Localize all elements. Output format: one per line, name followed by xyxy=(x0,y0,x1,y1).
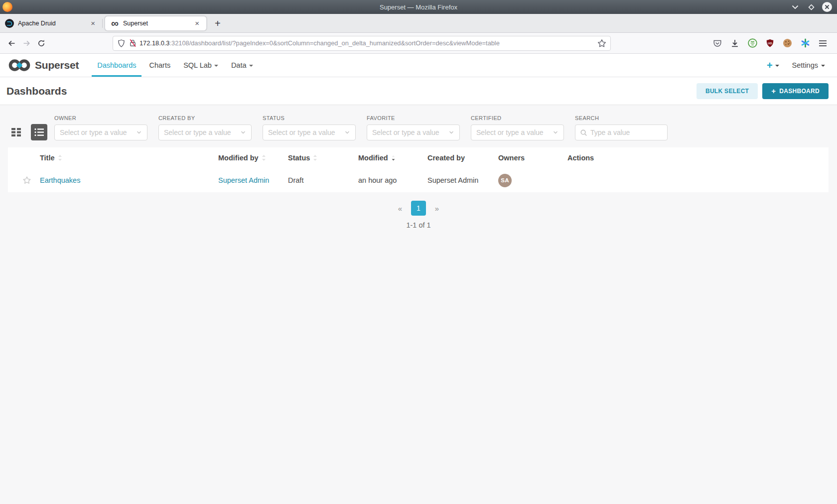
column-label: Modified by xyxy=(218,154,259,162)
url-path: :32108/dashboard/list/?pageIndex=0&sortC… xyxy=(170,39,500,47)
dashboard-title-link[interactable]: Earthquakes xyxy=(40,176,80,184)
select-placeholder: Select or type a value xyxy=(372,128,448,136)
nav-charts[interactable]: Charts xyxy=(142,54,177,77)
new-item-menu[interactable]: + xyxy=(767,60,779,70)
menu-hamburger-icon[interactable] xyxy=(819,40,827,47)
nav-data[interactable]: Data xyxy=(225,54,260,77)
superset-logo-icon xyxy=(8,57,31,74)
cookie-icon[interactable] xyxy=(783,38,792,48)
back-icon[interactable] xyxy=(4,36,19,51)
sort-icon xyxy=(313,154,317,161)
nav-dashboards[interactable]: Dashboards xyxy=(91,54,142,77)
page-header: Dashboards BULK SELECT + DASHBOARD xyxy=(0,77,837,105)
pagination: « 1 » xyxy=(0,201,837,216)
column-modified[interactable]: Modified xyxy=(358,147,427,168)
tab-apache-druid[interactable]: Apache Druid × xyxy=(0,14,102,33)
pocket-icon[interactable] xyxy=(713,39,722,48)
modified-by-link[interactable]: Superset Admin xyxy=(218,176,269,184)
select-placeholder: Select or type a value xyxy=(60,128,136,136)
search-input[interactable] xyxy=(590,128,663,136)
owner-select[interactable]: Select or type a value xyxy=(54,125,147,140)
window-title: Superset — Mozilla Firefox xyxy=(0,3,837,11)
tab-label: Superset xyxy=(123,20,193,27)
new-tab-button[interactable]: + xyxy=(209,18,227,28)
bookmark-star-icon[interactable] xyxy=(597,39,606,48)
certified-select[interactable]: Select or type a value xyxy=(471,125,564,140)
close-icon[interactable] xyxy=(822,2,832,12)
column-modified-by[interactable]: Modified by xyxy=(218,147,288,168)
tab-close-icon[interactable]: × xyxy=(193,19,201,27)
chevron-down-icon xyxy=(136,129,142,135)
search-icon xyxy=(580,129,587,136)
next-page-button[interactable]: » xyxy=(429,201,444,216)
settings-menu[interactable]: Settings xyxy=(792,61,825,69)
card-view-toggle[interactable] xyxy=(8,124,24,140)
filter-label: OWNER xyxy=(54,115,147,121)
tab-close-icon[interactable]: × xyxy=(89,19,97,27)
forward-icon[interactable] xyxy=(19,36,34,51)
column-label: Actions xyxy=(567,154,594,162)
chevron-down-icon xyxy=(240,129,246,135)
nav-sql-lab[interactable]: SQL Lab xyxy=(177,54,225,77)
container-asterisk-icon[interactable] xyxy=(801,38,810,48)
chevron-down-icon xyxy=(214,65,218,67)
url-bar[interactable]: 172.18.0.3:32108/dashboard/list/?pageInd… xyxy=(113,36,611,51)
privacy-badger-icon[interactable] xyxy=(748,38,757,48)
add-dashboard-button[interactable]: + DASHBOARD xyxy=(762,83,829,99)
maximize-icon[interactable] xyxy=(806,2,816,12)
owner-avatar[interactable]: SA xyxy=(498,174,512,187)
list-icon xyxy=(34,128,44,136)
nav-label: SQL Lab xyxy=(183,61,212,69)
column-created-by[interactable]: Created by xyxy=(427,147,498,168)
status-select[interactable]: Select or type a value xyxy=(263,125,356,140)
ublock-icon[interactable]: UO xyxy=(766,39,774,48)
filter-label: CREATED BY xyxy=(158,115,252,121)
filter-label: CERTIFIED xyxy=(471,115,564,121)
column-label: Created by xyxy=(427,154,465,162)
reload-icon[interactable] xyxy=(34,36,49,51)
column-title[interactable]: Title xyxy=(40,147,218,168)
favorite-star-icon[interactable] xyxy=(22,175,32,185)
tab-strip: Apache Druid × ∞ Superset × + xyxy=(0,14,837,33)
bulk-select-button[interactable]: BULK SELECT xyxy=(697,83,758,99)
main-nav: Dashboards Charts SQL Lab Data xyxy=(91,54,259,77)
tab-superset[interactable]: ∞ Superset × xyxy=(105,16,207,31)
sort-icon xyxy=(58,154,62,161)
tab-label: Apache Druid xyxy=(18,20,89,27)
list-view-toggle[interactable] xyxy=(31,124,47,140)
prev-page-button[interactable]: « xyxy=(393,201,408,216)
column-label: Title xyxy=(40,154,55,162)
column-owners: Owners xyxy=(498,147,567,168)
downloads-icon[interactable] xyxy=(730,39,739,48)
chevron-down-icon xyxy=(249,65,253,67)
column-actions: Actions xyxy=(567,147,829,168)
table-row: Earthquakes Superset Admin Draft an hour… xyxy=(8,168,829,192)
plus-icon: + xyxy=(767,60,773,70)
chevron-down-icon xyxy=(448,129,454,135)
filter-owner: OWNER Select or type a value xyxy=(54,115,147,140)
brand-name: Superset xyxy=(35,59,79,71)
druid-favicon-icon xyxy=(5,19,14,28)
pagination-summary: 1-1 of 1 xyxy=(0,221,837,229)
grid-icon xyxy=(11,128,21,136)
column-status[interactable]: Status xyxy=(288,147,358,168)
url-text[interactable]: 172.18.0.3:32108/dashboard/list/?pageInd… xyxy=(140,39,597,47)
browser-toolbar: 172.18.0.3:32108/dashboard/list/?pageInd… xyxy=(0,33,837,54)
shield-icon[interactable] xyxy=(117,39,126,48)
column-label: Owners xyxy=(498,154,525,162)
filter-favorite: FAVORITE Select or type a value xyxy=(367,115,460,140)
superset-logo[interactable]: Superset xyxy=(8,54,79,77)
page-title: Dashboards xyxy=(6,85,67,97)
page-1-button[interactable]: 1 xyxy=(411,201,426,216)
insecure-lock-icon[interactable] xyxy=(129,39,137,47)
created-by-select[interactable]: Select or type a value xyxy=(158,125,252,140)
select-placeholder: Select or type a value xyxy=(476,128,553,136)
favorite-select[interactable]: Select or type a value xyxy=(367,125,460,140)
minimize-icon[interactable] xyxy=(790,2,800,12)
filter-status: STATUS Select or type a value xyxy=(263,115,356,140)
nav-label: Data xyxy=(231,61,247,69)
svg-text:UO: UO xyxy=(768,41,772,44)
filter-created-by: CREATED BY Select or type a value xyxy=(158,115,252,140)
tab-separator xyxy=(102,19,103,28)
status-value: Draft xyxy=(288,176,303,184)
